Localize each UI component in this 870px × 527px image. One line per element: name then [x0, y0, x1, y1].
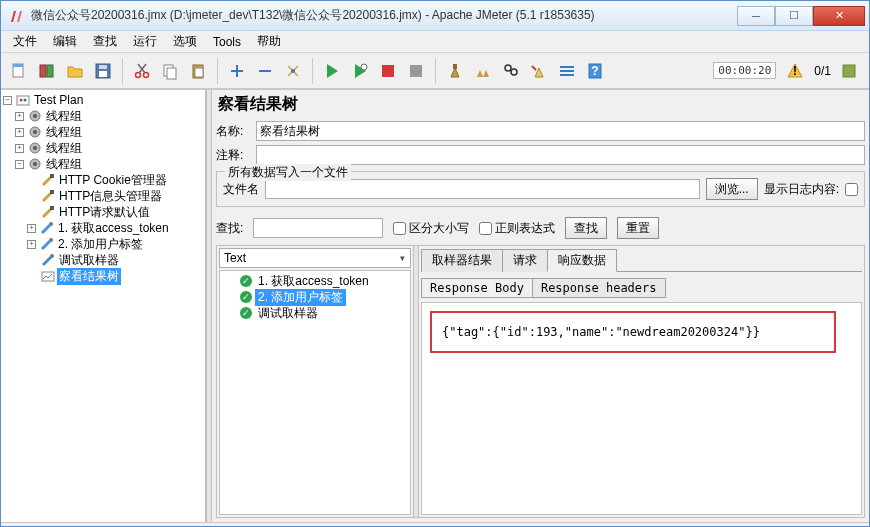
expand-icon[interactable]: +	[15, 128, 24, 137]
name-label: 名称:	[216, 123, 250, 140]
searchreset-button[interactable]	[527, 59, 551, 83]
clear-button[interactable]	[443, 59, 467, 83]
tree-threadgroup[interactable]: + 线程组	[3, 108, 203, 124]
svg-rect-1	[13, 64, 23, 67]
sampler-icon	[41, 253, 55, 267]
svg-point-13	[291, 69, 295, 73]
stop-button[interactable]	[376, 59, 400, 83]
file-legend: 所有数据写入一个文件	[225, 164, 351, 181]
menu-find[interactable]: 查找	[87, 31, 123, 52]
menu-run[interactable]: 运行	[127, 31, 163, 52]
listener-icon	[41, 269, 55, 283]
collapse-icon[interactable]: −	[15, 160, 24, 169]
tree-debug[interactable]: 调试取样器	[3, 252, 203, 268]
templates-button[interactable]	[35, 59, 59, 83]
comment-input[interactable]	[256, 145, 865, 165]
open-button[interactable]	[63, 59, 87, 83]
subtab-headers[interactable]: Response headers	[532, 278, 666, 298]
run-notimer-button[interactable]	[348, 59, 372, 83]
tree-label: HTTP信息头管理器	[57, 188, 164, 205]
expand-icon[interactable]: +	[15, 112, 24, 121]
expand-icon[interactable]: +	[27, 240, 36, 249]
svg-rect-39	[50, 190, 54, 194]
results-right: 取样器结果 请求 响应数据 Response Body Response hea…	[419, 246, 864, 517]
tree-results[interactable]: 察看结果树	[3, 268, 203, 284]
maximize-button[interactable]: ☐	[775, 6, 813, 26]
tree-label: 线程组	[44, 156, 84, 173]
response-subtabs: Response Body Response headers	[421, 278, 862, 298]
name-input[interactable]	[256, 121, 865, 141]
shutdown-button[interactable]	[404, 59, 428, 83]
regex-checkbox[interactable]: 正则表达式	[479, 220, 555, 237]
tree-label: 2. 添加用户标签	[56, 236, 145, 253]
help-button[interactable]: ?	[583, 59, 607, 83]
results-left: Text ✓ 1. 获取access_token ✓ 2. 添加用户标签 ✓ 调	[217, 246, 413, 517]
subtab-body[interactable]: Response Body	[421, 278, 533, 298]
minimize-button[interactable]: ─	[737, 6, 775, 26]
save-button[interactable]	[91, 59, 115, 83]
tree-step1[interactable]: + 1. 获取access_token	[3, 220, 203, 236]
renderer-dropdown[interactable]: Text	[219, 248, 411, 268]
tree-threadgroup[interactable]: + 线程组	[3, 140, 203, 156]
toggle-button[interactable]	[281, 59, 305, 83]
browse-button[interactable]: 浏览...	[706, 178, 758, 200]
tab-sampler[interactable]: 取样器结果	[421, 249, 503, 272]
reset-button[interactable]: 重置	[617, 217, 659, 239]
search-input[interactable]	[253, 218, 383, 238]
response-body-area[interactable]: {"tag":{"id":193,"name":"newdream2020032…	[421, 302, 862, 515]
tree-threadgroup[interactable]: + 线程组	[3, 124, 203, 140]
tab-request[interactable]: 请求	[502, 249, 548, 272]
pass-icon: ✓	[240, 307, 252, 319]
paste-button[interactable]	[186, 59, 210, 83]
cut-button[interactable]	[130, 59, 154, 83]
result-tree[interactable]: ✓ 1. 获取access_token ✓ 2. 添加用户标签 ✓ 调试取样器	[219, 270, 411, 515]
copy-button[interactable]	[158, 59, 182, 83]
result-row[interactable]: ✓ 调试取样器	[222, 305, 408, 321]
logshow-checkbox[interactable]	[845, 183, 858, 196]
tree-header-mgr[interactable]: HTTP信息头管理器	[3, 188, 203, 204]
menu-help[interactable]: 帮助	[251, 31, 287, 52]
tab-response[interactable]: 响应数据	[547, 249, 617, 272]
tree-threadgroup-open[interactable]: − 线程组	[3, 156, 203, 172]
close-button[interactable]: ✕	[813, 6, 865, 26]
case-checkbox[interactable]: 区分大小写	[393, 220, 469, 237]
result-row[interactable]: ✓ 2. 添加用户标签	[222, 289, 408, 305]
thread-count: 0/1	[814, 64, 831, 78]
menu-tools[interactable]: Tools	[207, 33, 247, 51]
tree-http-defaults[interactable]: HTTP请求默认值	[3, 204, 203, 220]
menu-file[interactable]: 文件	[7, 31, 43, 52]
menu-edit[interactable]: 编辑	[47, 31, 83, 52]
svg-point-33	[33, 130, 37, 134]
tree-step2[interactable]: + 2. 添加用户标签	[3, 236, 203, 252]
run-button[interactable]	[320, 59, 344, 83]
expand-button[interactable]	[225, 59, 249, 83]
collapse-icon[interactable]: −	[3, 96, 12, 105]
svg-point-35	[33, 146, 37, 150]
result-row[interactable]: ✓ 1. 获取access_token	[222, 273, 408, 289]
comment-row: 注释:	[216, 145, 865, 165]
filename-input[interactable]	[265, 179, 700, 199]
svg-rect-44	[42, 272, 54, 281]
window-title: 微信公众号20200316.jmx (D:\jmeter_dev\T132\微信…	[31, 7, 737, 24]
results-panel: 察看结果树 名称: 注释: 所有数据写入一个文件 文件名 浏览... 显示日志内…	[212, 90, 869, 522]
config-icon	[41, 189, 55, 203]
expand-icon[interactable]: +	[15, 144, 24, 153]
app-icon	[9, 8, 25, 24]
tree-cookie-mgr[interactable]: HTTP Cookie管理器	[3, 172, 203, 188]
tree-label: 线程组	[44, 108, 84, 125]
search-button[interactable]: 查找	[565, 217, 607, 239]
response-body-text: {"tag":{"id":193,"name":"newdream2020032…	[430, 311, 836, 353]
svg-point-42	[49, 238, 53, 242]
menu-options[interactable]: 选项	[167, 31, 203, 52]
test-plan-tree[interactable]: − Test Plan + 线程组 + 线程组 + 线程组	[1, 90, 206, 522]
tree-root[interactable]: − Test Plan	[3, 92, 203, 108]
content-area: − Test Plan + 线程组 + 线程组 + 线程组	[1, 89, 869, 522]
function-button[interactable]	[555, 59, 579, 83]
svg-point-43	[50, 254, 54, 258]
tree-label: 1. 获取access_token	[56, 220, 171, 237]
search-button[interactable]	[499, 59, 523, 83]
collapse-button[interactable]	[253, 59, 277, 83]
new-button[interactable]	[7, 59, 31, 83]
clearall-button[interactable]	[471, 59, 495, 83]
expand-icon[interactable]: +	[27, 224, 36, 233]
